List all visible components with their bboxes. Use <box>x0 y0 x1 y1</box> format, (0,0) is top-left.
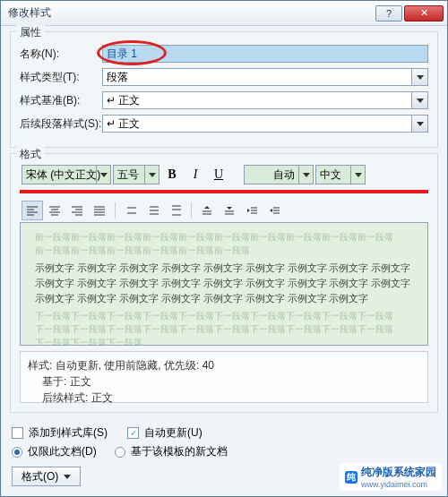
script-select[interactable]: 中文 <box>315 165 366 184</box>
chevron-down-icon <box>411 69 427 85</box>
indent-dec-button[interactable] <box>241 201 263 220</box>
desc-line-3: 后续样式: 正文 <box>28 390 420 406</box>
chevron-down-icon <box>144 166 159 184</box>
name-label: 名称(N): <box>20 47 102 62</box>
font-name-value: 宋体 (中文正文) <box>26 167 100 183</box>
preview-prev-paragraph: 前一段落前一段落前一段落前一段落前一段落前一段落前一段落前一段落前一段落前一段落… <box>35 230 413 257</box>
align-right-button[interactable] <box>66 201 88 220</box>
annotation-underline <box>20 190 428 193</box>
watermark: 纯 纯净版系统家园 www.yidaimei.com <box>340 463 442 491</box>
style-preview: 前一段落前一段落前一段落前一段落前一段落前一段落前一段落前一段落前一段落前一段落… <box>20 222 428 346</box>
indent-inc-button[interactable] <box>263 201 285 220</box>
type-label: 样式类型(T): <box>20 70 102 85</box>
chevron-down-icon <box>411 92 427 108</box>
space-before-inc-button[interactable] <box>196 201 218 220</box>
next-label: 后续段落样式(S): <box>20 116 102 132</box>
align-center-button[interactable] <box>44 201 65 220</box>
add-to-library-label: 添加到样式库(S) <box>29 425 108 441</box>
watermark-logo-icon: 纯 <box>345 471 358 484</box>
only-this-doc-label: 仅限此文档(D) <box>28 444 97 459</box>
only-this-doc-radio[interactable] <box>12 447 22 458</box>
font-color-select[interactable]: 自动 <box>244 165 314 184</box>
font-size-select[interactable]: 五号 <box>113 165 159 184</box>
font-name-select[interactable]: 宋体 (中文正文) <box>22 165 111 184</box>
bold-button[interactable]: B <box>161 165 183 184</box>
style-name-input[interactable] <box>102 45 428 63</box>
chevron-down-icon <box>350 166 365 184</box>
window-controls: ? ✕ <box>375 5 444 21</box>
align-justify-button[interactable] <box>89 201 110 220</box>
template-based-radio[interactable] <box>115 447 125 458</box>
line-spacing-1-button[interactable] <box>120 201 142 220</box>
chevron-down-icon <box>411 116 427 132</box>
line-spacing-15-button[interactable] <box>142 201 164 220</box>
line-spacing-2-button[interactable] <box>165 201 186 220</box>
preview-sample-text: 示例文字 示例文字 示例文字 示例文字 示例文字 示例文字 示例文字 示例文字 … <box>35 261 413 305</box>
auto-update-checkbox[interactable]: ✓ <box>127 427 139 439</box>
chevron-down-icon <box>298 166 313 184</box>
based-on-value: ↵ 正文 <box>107 93 140 108</box>
template-based-label: 基于该模板的新文档 <box>131 444 228 459</box>
underline-button[interactable]: U <box>208 165 229 184</box>
font-toolbar: 宋体 (中文正文) 五号 B I U 自动 中文 <box>20 161 428 188</box>
titlebar: 修改样式 ? ✕ <box>1 1 447 26</box>
help-button[interactable]: ? <box>375 5 402 21</box>
separator <box>115 202 116 219</box>
auto-update-label: 自动更新(U) <box>144 425 202 441</box>
script-value: 中文 <box>320 167 341 183</box>
font-color-label: 自动 <box>273 167 295 183</box>
align-left-button[interactable] <box>22 201 43 220</box>
chevron-down-icon <box>96 166 110 184</box>
format-menu-label: 格式(O) <box>22 469 58 484</box>
style-type-select[interactable]: 段落 <box>102 68 428 86</box>
font-size-value: 五号 <box>117 167 139 183</box>
preview-next-paragraph: 下一段落下一段落下一段落下一段落下一段落下一段落下一段落下一段落下一段落下一段落… <box>35 309 413 346</box>
space-before-dec-button[interactable] <box>219 201 240 220</box>
separator <box>191 202 192 219</box>
next-style-select[interactable]: ↵ 正文 <box>102 115 428 133</box>
paragraph-toolbar <box>20 199 428 222</box>
properties-legend: 属性 <box>16 25 45 40</box>
modify-style-dialog: 修改样式 ? ✕ 属性 名称(N): 样式类型(T): 段落 <box>0 0 448 497</box>
window-title: 修改样式 <box>4 5 375 21</box>
watermark-brand: 纯净版系统家园 <box>361 465 436 480</box>
close-button[interactable]: ✕ <box>404 5 444 21</box>
desc-line-1: 样式: 自动更新, 使用前隐藏, 优先级: 40 <box>28 357 420 373</box>
format-group: 格式 宋体 (中文正文) 五号 B I U 自动 <box>10 153 438 413</box>
format-legend: 格式 <box>16 147 45 162</box>
next-style-value: ↵ 正文 <box>107 116 140 132</box>
format-menu-button[interactable]: 格式(O) <box>12 467 81 486</box>
style-type-value: 段落 <box>107 70 128 85</box>
add-to-library-checkbox[interactable] <box>12 427 23 439</box>
style-description: 样式: 自动更新, 使用前隐藏, 优先级: 40 基于: 正文 后续样式: 正文 <box>20 351 428 403</box>
desc-line-2: 基于: 正文 <box>28 373 420 390</box>
based-label: 样式基准(B): <box>20 93 102 108</box>
italic-button[interactable]: I <box>185 165 206 184</box>
properties-group: 属性 名称(N): 样式类型(T): 段落 样式基准(B): ↵ 正文 <box>10 31 438 148</box>
watermark-url: www.yidaimei.com <box>361 480 436 489</box>
based-on-select[interactable]: ↵ 正文 <box>102 91 428 109</box>
